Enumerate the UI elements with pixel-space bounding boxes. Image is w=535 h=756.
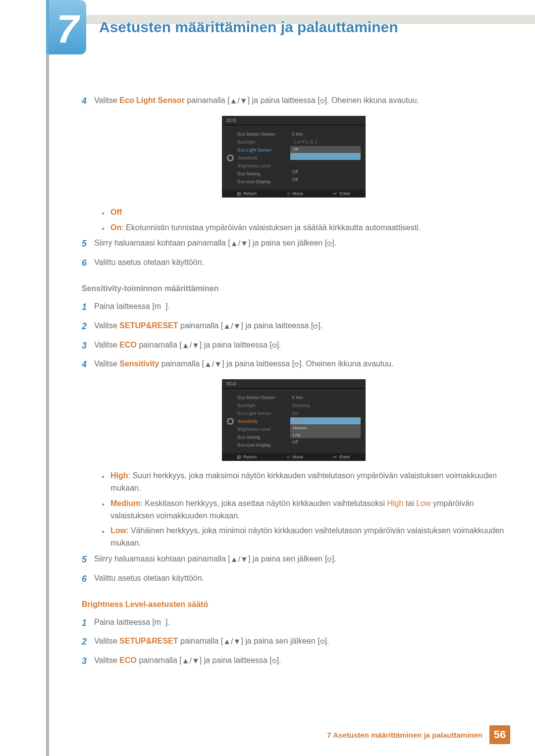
osd-item: Eco Icon Display bbox=[236, 178, 290, 186]
sidebar-stripe bbox=[46, 0, 49, 756]
up-down-icon: ▲/▼ bbox=[182, 342, 200, 349]
step-number: 1 bbox=[82, 616, 94, 630]
osd-item: Sensitivity bbox=[236, 154, 290, 162]
osd-popup: Off On bbox=[290, 146, 361, 160]
step-b2: 2 Valitse SETUP&RESET painamalla [▲/▼] j… bbox=[82, 319, 505, 334]
return-icon: ▥ bbox=[237, 191, 241, 196]
osd-item: Eco Motion Sensor bbox=[236, 130, 290, 138]
step-text: Valitse Eco Light Sensor painamalla [▲/▼… bbox=[94, 94, 505, 108]
osd-option-highlight: On bbox=[290, 153, 361, 160]
chapter-number: 7 bbox=[56, 9, 79, 49]
osd-item: Brightness Level bbox=[236, 162, 290, 170]
up-down-icon: ▲/▼ bbox=[230, 556, 248, 563]
step-number: 6 bbox=[82, 572, 94, 586]
step-b3: 3 Valitse ECO painamalla [▲/▼] ja paina … bbox=[82, 339, 505, 353]
page-footer: 7 Asetusten määrittäminen ja palauttamin… bbox=[327, 725, 510, 744]
osd-title: ECO bbox=[222, 379, 366, 389]
step-b4: 4 Valitse Sensitivity painamalla [▲/▼] j… bbox=[82, 357, 505, 372]
up-down-icon: ▲/▼ bbox=[223, 323, 241, 330]
up-down-icon: ▲/▼ bbox=[223, 638, 241, 645]
step-4: 4 Valitse Eco Light Sensor painamalla [▲… bbox=[82, 94, 505, 108]
chapter-badge: 7 bbox=[49, 0, 86, 54]
gear-icon bbox=[227, 418, 234, 425]
move-icon: ◇ bbox=[287, 191, 290, 196]
bullet-on: ● On: Ekotunnistin tunnistaa ympäröivän … bbox=[102, 222, 505, 234]
content-area: 4 Valitse Eco Light Sensor painamalla [▲… bbox=[82, 94, 505, 673]
step-number: 5 bbox=[82, 237, 94, 251]
osd-option: Off bbox=[290, 146, 361, 153]
bullet-icon: ● bbox=[102, 206, 110, 219]
osd-item: Brightness Level bbox=[236, 425, 290, 433]
osd-item: Eco Saving bbox=[236, 433, 290, 441]
step-c3: 3 Valitse ECO painamalla [▲/▼] ja paina … bbox=[82, 654, 505, 668]
m-icon: m bbox=[155, 618, 161, 626]
step-number: 1 bbox=[82, 300, 94, 314]
osd-option: Medium bbox=[290, 424, 361, 431]
osd-title: ECO bbox=[222, 116, 366, 125]
bullet-low: ● Low: Vähäinen herkkyys, joka minimoi n… bbox=[102, 525, 505, 550]
bullet-icon: ● bbox=[102, 525, 110, 550]
osd-item-selected: Eco Light Sensor bbox=[236, 146, 290, 154]
osd-footer: ▥Return ◇Move ↵Enter bbox=[222, 453, 366, 461]
osd-value: : L P P L Q J bbox=[290, 138, 361, 146]
osd-value bbox=[290, 160, 361, 168]
osd-item: Backlight bbox=[236, 138, 290, 146]
enter-icon: ⎊ bbox=[320, 98, 325, 104]
gear-icon bbox=[227, 154, 234, 161]
osd-item: Eco Motion Sensor bbox=[236, 394, 290, 402]
page-title: Asetusten määrittäminen ja palauttaminen bbox=[99, 19, 398, 36]
enter-icon: ⎊ bbox=[313, 323, 318, 330]
step-number: 4 bbox=[82, 357, 94, 372]
enter-icon: ⎊ bbox=[294, 361, 299, 368]
step-number: 2 bbox=[82, 319, 94, 334]
osd-popup: High Medium Low bbox=[290, 417, 361, 438]
up-down-icon: ▲/▼ bbox=[230, 98, 248, 104]
step-6b: 6 Valittu asetus otetaan käyttöön. bbox=[82, 572, 505, 586]
osd-footer: ▥Return ◇Move ↵Enter bbox=[222, 190, 366, 198]
section-heading-sensitivity: Sensitivity-toiminnon määrittäminen bbox=[82, 284, 505, 293]
osd-item: Eco Saving bbox=[236, 170, 290, 178]
osd-option: Low bbox=[290, 431, 361, 438]
osd-value: On bbox=[290, 409, 361, 417]
step-b1: 1 Paina laitteessa [m ]. bbox=[82, 300, 505, 314]
enter-icon: ⎊ bbox=[272, 342, 277, 349]
step-number: 3 bbox=[82, 654, 94, 668]
enter-icon: ↵ bbox=[333, 454, 337, 459]
step-c1: 1 Paina laitteessa [m ]. bbox=[82, 616, 505, 630]
bullet-high: ● High: Suuri herkkyys, joka maksimoi nä… bbox=[102, 470, 505, 495]
enter-icon: ⎊ bbox=[327, 556, 332, 563]
m-icon: m bbox=[155, 302, 161, 310]
osd-item: Eco Light Sensor bbox=[236, 409, 290, 417]
osd-menu-1: ECO Eco Motion Sensor Backlight Eco Ligh… bbox=[222, 116, 366, 198]
osd-item: Eco Icon Display bbox=[236, 441, 290, 449]
step-6: 6 Valittu asetus otetaan käyttöön. bbox=[82, 256, 505, 270]
osd-value: Dimming bbox=[290, 402, 361, 409]
step-number: 5 bbox=[82, 553, 94, 567]
enter-icon: ⎊ bbox=[327, 240, 332, 247]
step-5b: 5 Siirry haluamaasi kohtaan painamalla [… bbox=[82, 553, 505, 567]
up-down-icon: ▲/▼ bbox=[182, 657, 200, 664]
osd-value: Off bbox=[290, 438, 361, 446]
enter-icon: ⎊ bbox=[272, 657, 277, 664]
step-number: 4 bbox=[82, 94, 94, 108]
up-down-icon: ▲/▼ bbox=[204, 361, 222, 368]
page-number: 56 bbox=[489, 725, 510, 744]
move-icon: ◇ bbox=[287, 454, 290, 459]
return-icon: ▥ bbox=[237, 454, 241, 459]
step-number: 2 bbox=[82, 635, 94, 649]
section-heading-brightness: Brightness Level-asetusten säätö bbox=[82, 600, 505, 609]
osd-item: Backlight bbox=[236, 402, 290, 409]
enter-icon: ⎊ bbox=[320, 638, 325, 645]
osd-value: 5 Min bbox=[290, 130, 361, 138]
step-text: Siirry haluamaasi kohtaan painamalla [▲/… bbox=[94, 237, 505, 251]
osd-menu-2: ECO Eco Motion Sensor Backlight Eco Ligh… bbox=[222, 379, 366, 461]
up-down-icon: ▲/▼ bbox=[230, 240, 248, 247]
step-number: 3 bbox=[82, 339, 94, 353]
step-text: Valittu asetus otetaan käyttöön. bbox=[94, 256, 505, 270]
osd-option-highlight: High bbox=[290, 417, 361, 424]
bullet-icon: ● bbox=[102, 498, 110, 522]
bullet-icon: ● bbox=[102, 470, 110, 495]
bullet-off: ● Off bbox=[102, 206, 505, 219]
osd-value: Off bbox=[290, 168, 361, 176]
step-5: 5 Siirry haluamaasi kohtaan painamalla [… bbox=[82, 237, 505, 251]
